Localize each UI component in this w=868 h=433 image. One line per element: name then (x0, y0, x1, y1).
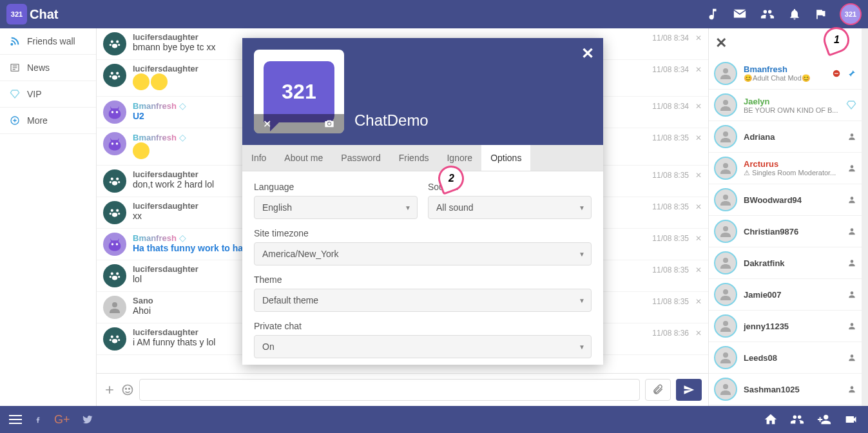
privatechat-select[interactable]: On (254, 335, 592, 358)
smile-emoji-icon (133, 142, 149, 159)
modal-tab-password[interactable]: Password (332, 145, 389, 171)
user-name: Arcturus (744, 159, 841, 169)
svg-point-30 (111, 243, 114, 245)
message-avatar (103, 32, 126, 55)
message-close-icon[interactable]: ✕ (695, 202, 702, 211)
timezone-select[interactable]: America/New_York (254, 242, 592, 265)
modal-tab-friends[interactable]: Friends (390, 145, 438, 171)
person-icon (847, 353, 856, 362)
svg-point-26 (116, 209, 119, 212)
add-icon[interactable] (103, 383, 116, 396)
user-subtitle: BE YOUR OWN KIND OF B... (744, 106, 840, 114)
svg-point-44 (126, 389, 127, 390)
person-icon (847, 132, 856, 141)
flag-icon[interactable] (814, 7, 827, 21)
svg-point-33 (116, 273, 119, 275)
modal-tab-options[interactable]: Options (481, 145, 530, 171)
diamond-icon: ◇ (177, 101, 186, 111)
language-select[interactable]: English (254, 196, 418, 219)
facebook-icon[interactable] (34, 414, 43, 425)
user-name: Adriana (744, 132, 841, 142)
message-time: 11/08 8:34 (652, 34, 689, 43)
message-time: 11/08 8:35 (652, 297, 689, 306)
user-name: Bmanfresh (744, 64, 825, 74)
camera-icon[interactable] (323, 119, 335, 129)
message-close-icon[interactable]: ✕ (695, 297, 702, 306)
svg-point-21 (116, 178, 119, 180)
callout-1: 1 (824, 27, 849, 53)
music-icon[interactable] (706, 7, 720, 21)
brand-logo[interactable]: 321 Chat (6, 4, 58, 24)
remove-avatar-icon[interactable]: ✕ (263, 118, 271, 130)
nav-vip[interactable]: VIP (0, 81, 96, 108)
nav-more[interactable]: More (0, 108, 96, 134)
user-list-item[interactable]: Arcturus⚠ Singles Room Moderator... (709, 153, 862, 184)
svg-point-27 (110, 213, 111, 215)
message-time: 11/08 8:35 (652, 234, 689, 243)
attach-button[interactable] (645, 379, 671, 401)
modal-tab-about-me[interactable]: About me (275, 145, 332, 171)
user-avatar (714, 314, 737, 338)
svg-point-46 (723, 68, 728, 73)
mail-icon[interactable] (733, 7, 747, 21)
close-icon[interactable]: ✕ (715, 35, 727, 52)
svg-point-12 (116, 72, 119, 75)
theme-label: Theme (254, 274, 592, 285)
message-close-icon[interactable]: ✕ (695, 102, 702, 111)
sounds-select[interactable]: All sound (428, 196, 592, 219)
message-close-icon[interactable]: ✕ (695, 329, 702, 338)
nav-friends-wall[interactable]: Friends wall (0, 28, 96, 55)
user-name: BWoodward94 (744, 195, 841, 205)
user-list-item[interactable]: Sashman1025 (709, 374, 862, 405)
emoji-icon[interactable] (121, 383, 134, 396)
send-button[interactable] (676, 379, 702, 401)
google-plus-icon[interactable]: G+ (54, 413, 70, 427)
modal-tab-info[interactable]: Info (242, 145, 275, 171)
home-icon[interactable] (764, 412, 778, 427)
user-list-item[interactable]: Christian9876 (709, 216, 862, 247)
svg-point-7 (116, 41, 119, 43)
message-close-icon[interactable]: ✕ (695, 34, 702, 43)
user-name: Jaelyn (744, 97, 840, 106)
user-list-item[interactable]: JaelynBE YOUR OWN KIND OF B... (709, 90, 862, 121)
person-icon (847, 385, 856, 394)
message-input[interactable] (139, 379, 640, 401)
diamond-icon: ◇ (177, 233, 186, 243)
user-list-item[interactable]: Bmanfresh😊Adult Chat Mod😊 (709, 58, 862, 90)
message-close-icon[interactable]: ✕ (695, 65, 702, 74)
user-list[interactable]: ✕ Bmanfresh😊Adult Chat Mod😊JaelynBE YOUR… (709, 28, 862, 406)
user-avatar-badge[interactable]: 321 (840, 3, 862, 25)
message-username: Bmanfresh (133, 233, 177, 243)
svg-point-43 (123, 385, 133, 395)
user-list-item[interactable]: Dakratfink (709, 247, 862, 279)
group-icon[interactable] (789, 412, 805, 427)
user-list-item[interactable]: Adriana (709, 121, 862, 153)
modal-header: ✕ 321 ✕ ChatDemo (242, 38, 603, 145)
nav-news[interactable]: News (0, 55, 96, 81)
user-list-item[interactable]: jenny11235 (709, 311, 862, 342)
pin-icon (847, 69, 856, 78)
header-actions: 321 (706, 3, 862, 25)
add-user-icon[interactable] (816, 412, 832, 427)
message-close-icon[interactable]: ✕ (695, 171, 702, 180)
modal-close-icon[interactable]: ✕ (581, 44, 594, 63)
user-panel: ✕ Bmanfresh😊Adult Chat Mod😊JaelynBE YOUR… (708, 28, 868, 406)
message-time: 11/08 8:35 (652, 202, 689, 211)
video-icon[interactable] (844, 413, 859, 426)
svg-point-31 (116, 243, 119, 245)
users-icon[interactable] (760, 7, 775, 21)
message-close-icon[interactable]: ✕ (695, 133, 702, 142)
scrollbar[interactable] (862, 28, 868, 406)
message-close-icon[interactable]: ✕ (695, 234, 702, 243)
message-close-icon[interactable]: ✕ (695, 265, 702, 274)
user-list-item[interactable]: BWoodward94 (709, 184, 862, 216)
laugh-emoji-icon (133, 73, 149, 90)
svg-point-67 (851, 386, 854, 389)
user-list-item[interactable]: Leeds08 (709, 342, 862, 374)
user-list-item[interactable]: Jamie007 (709, 279, 862, 311)
theme-select[interactable]: Default theme (254, 289, 592, 312)
twitter-icon[interactable] (82, 414, 93, 425)
bell-icon[interactable] (788, 7, 801, 21)
user-avatar (714, 283, 737, 306)
menu-icon[interactable] (9, 415, 22, 424)
